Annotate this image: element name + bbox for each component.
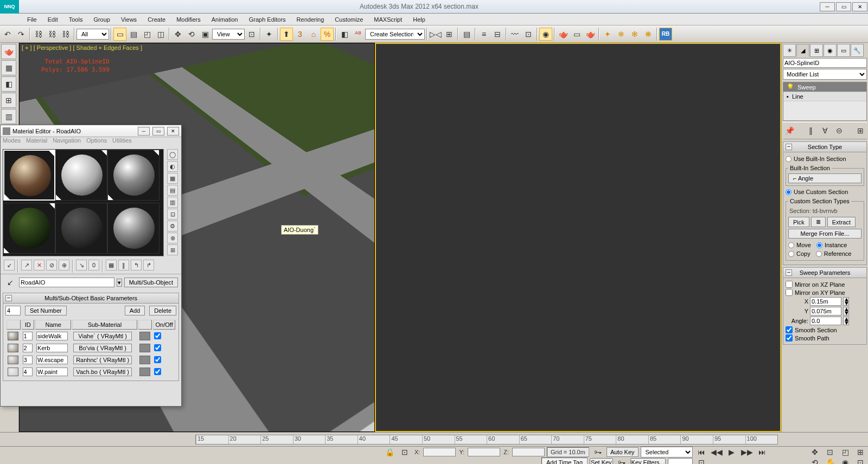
y-coord-input[interactable] (468, 448, 500, 456)
motion-tab[interactable]: ◉ (824, 44, 837, 57)
col-sub[interactable]: Sub-Material (72, 320, 137, 330)
close-button[interactable]: ✕ (852, 2, 867, 11)
submtl-count[interactable] (5, 306, 21, 315)
name-input[interactable] (36, 368, 68, 376)
render-frame-button[interactable]: ▭ (570, 28, 583, 41)
video-color-button[interactable]: ▥ (167, 197, 178, 208)
pivot-button[interactable]: ⊡ (245, 28, 258, 41)
particle3-button[interactable]: ✻ (628, 28, 641, 41)
named-sel-edit-button[interactable]: ᴬᴮ (352, 28, 365, 41)
tool4-icon[interactable]: ▥ (1, 109, 16, 124)
layer-manager-button[interactable]: ⊟ (491, 28, 504, 41)
rollout-header[interactable]: Section Type (783, 142, 866, 152)
col-id[interactable]: ID (22, 320, 34, 330)
go-forward-button[interactable]: ↱ (143, 260, 154, 270)
key-mode-dropdown[interactable]: Selected (641, 447, 693, 457)
menu-maxscript[interactable]: MAXScript (368, 15, 407, 24)
sample-uv-button[interactable]: ▤ (167, 185, 178, 196)
render-button[interactable]: 🫖 (584, 28, 597, 41)
keyfilters-button[interactable]: Key Filters... (630, 458, 666, 464)
backlight-button[interactable]: ◐ (167, 161, 178, 172)
particle2-button[interactable]: ❄ (615, 28, 628, 41)
selection-filter-dropdown[interactable]: All (76, 29, 109, 40)
material-name-input[interactable] (19, 278, 114, 287)
me-menu-navigation[interactable]: Navigation (53, 137, 81, 147)
window-crossing-button[interactable]: ◫ (154, 28, 167, 41)
goto-end-icon[interactable]: ⏭ (756, 446, 769, 459)
time-config-icon[interactable]: ⊡ (695, 456, 708, 464)
name-dropdown[interactable]: ▾ (117, 279, 122, 287)
particle-button[interactable]: ✦ (601, 28, 614, 41)
get-material-button[interactable]: ↙ (4, 260, 15, 270)
nav8-icon[interactable]: ⊡ (854, 456, 867, 464)
y-spinner[interactable]: ▲▼ (843, 307, 849, 315)
color-swatch[interactable] (8, 356, 18, 364)
named-sel-button[interactable]: ◧ (338, 28, 351, 41)
submaterial-button[interactable]: Bo'via ( VRayMtl ) (73, 344, 132, 352)
rb-button[interactable]: RB (659, 28, 672, 41)
col-onoff[interactable]: On/Off (153, 320, 175, 330)
timeline[interactable]: 1520253035404550556065707580859095100 (0, 432, 868, 446)
rotate-button[interactable]: ⟲ (185, 28, 198, 41)
material-slot-6[interactable] (107, 203, 159, 254)
onoff-check[interactable] (154, 332, 161, 339)
color-swatch[interactable] (8, 344, 18, 352)
spinner-snap-button[interactable]: % (321, 28, 334, 41)
menu-file[interactable]: File (22, 15, 42, 24)
add-button[interactable]: Add (125, 306, 145, 315)
move-button[interactable]: ✥ (171, 28, 184, 41)
teapot-icon[interactable]: 🫖 (1, 44, 16, 59)
menu-help[interactable]: Help (407, 15, 431, 24)
submaterial-button[interactable]: Viahe` ( VRayMtl ) (73, 332, 132, 340)
custom-radio[interactable]: Use Custom Section (786, 188, 864, 196)
move-radio[interactable]: Move (788, 241, 811, 249)
lock-icon[interactable]: 🔒 (383, 446, 396, 459)
render-setup-button[interactable]: 🫖 (557, 28, 570, 41)
material-slot-1[interactable] (3, 150, 55, 201)
menu-customize[interactable]: Customize (329, 15, 368, 24)
select-by-mat-button[interactable]: ⊗ (167, 233, 178, 243)
selection-lock-icon[interactable]: ⊡ (398, 446, 411, 459)
named-selection-dropdown[interactable]: Create Selection Se (365, 29, 425, 40)
merge-file-button[interactable]: Merge From File... (788, 229, 861, 239)
nav5-icon[interactable]: ⟲ (808, 456, 821, 464)
stack-item-sweep[interactable]: 💡Sweep (783, 82, 866, 92)
prev-frame-icon[interactable]: ◀◀ (710, 446, 723, 459)
color-swatch[interactable] (8, 368, 18, 376)
play-icon[interactable]: ▶ (725, 446, 738, 459)
viewport-top[interactable]: [ + ] [ Top ] [ Shaded ] Total AIO-Splin… (375, 43, 781, 432)
menu-rendering[interactable]: Rendering (291, 15, 330, 24)
color-swatch[interactable] (8, 332, 18, 340)
display-swatch[interactable] (139, 356, 150, 364)
put-to-scene-button[interactable]: ↗ (21, 260, 32, 270)
tool3-icon[interactable]: ⊞ (1, 93, 16, 108)
configure-button[interactable]: ⊞ (854, 124, 867, 137)
ref-coord-dropdown[interactable]: View (212, 29, 245, 40)
minimize-button[interactable]: ─ (820, 2, 835, 11)
maximize-button[interactable]: ▭ (836, 2, 851, 11)
material-type-button[interactable]: Multi/Sub-Object (124, 278, 178, 287)
submaterial-button[interactable]: Ranhnc' ( VRayMtl ) (73, 356, 132, 364)
onoff-check[interactable] (154, 368, 161, 375)
display-swatch[interactable] (139, 344, 150, 352)
percent-snap-button[interactable]: ⌂ (307, 28, 320, 41)
id-input[interactable] (23, 332, 33, 340)
mirror-xz-check[interactable]: Mirror on XZ Plane (786, 280, 864, 288)
select-rect-button[interactable]: ◰ (141, 28, 154, 41)
id-input[interactable] (23, 368, 33, 376)
extract-button[interactable]: Extract (827, 217, 856, 227)
onoff-check[interactable] (154, 344, 161, 351)
setkey-button[interactable]: Set Key (590, 458, 613, 464)
z-coord-input[interactable] (512, 448, 545, 456)
copy-radio[interactable]: Copy (788, 249, 810, 258)
material-slot-5[interactable] (55, 203, 107, 254)
id-input[interactable] (23, 356, 33, 364)
minimize-button[interactable]: ─ (138, 127, 150, 136)
select-name-button[interactable]: ▤ (127, 28, 140, 41)
smooth-path-check[interactable]: Smooth Path (786, 334, 864, 342)
tool1-icon[interactable]: ▦ (1, 60, 16, 75)
menu-edit[interactable]: Edit (42, 15, 63, 24)
link-button[interactable]: ⛓ (32, 28, 45, 41)
menu-animation[interactable]: Animation (206, 15, 244, 24)
reference-radio[interactable]: Reference (816, 249, 852, 258)
